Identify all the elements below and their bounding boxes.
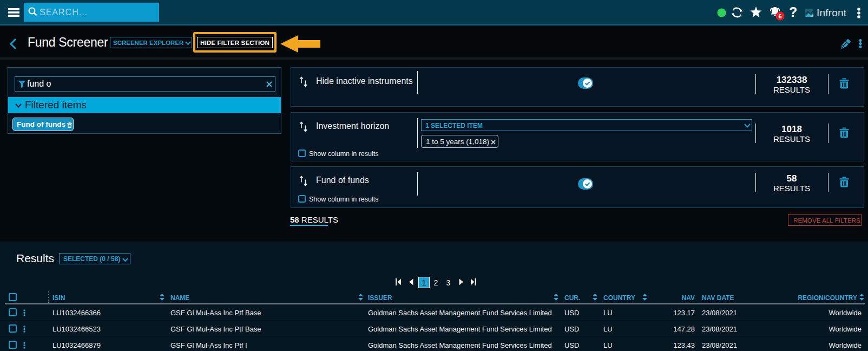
svg-text:6: 6 xyxy=(778,13,781,20)
